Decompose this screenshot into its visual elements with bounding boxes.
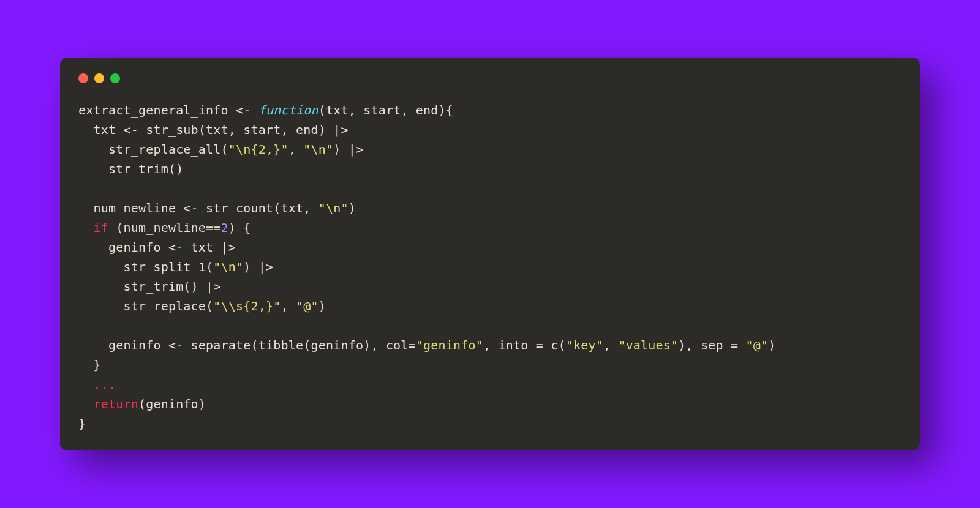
code-text: , — [281, 299, 296, 313]
code-text: ) |> — [243, 260, 281, 274]
code-text: } — [78, 416, 86, 431]
code-text: str_split_1( — [78, 260, 213, 274]
code-window: extract_general_info <- function(txt, st… — [60, 58, 920, 450]
code-text: str_replace_all( — [78, 142, 228, 157]
string-literal: "\n{2,}" — [228, 142, 288, 157]
code-text: ) |> — [333, 142, 363, 157]
string-literal: "@" — [296, 299, 318, 313]
keyword-if: if — [93, 220, 108, 235]
code-text: geninfo <- txt |> — [78, 240, 243, 255]
string-literal: "\n" — [318, 201, 349, 215]
string-literal: "values" — [618, 338, 678, 353]
code-text: ) — [768, 338, 775, 353]
code-text: , — [603, 338, 618, 353]
code-text — [78, 220, 93, 235]
code-text: txt <- str_sub(txt, start, end) |> — [78, 122, 356, 137]
string-literal: "\\s{2,}" — [213, 299, 281, 313]
code-text: } — [78, 357, 101, 372]
code-text: , — [288, 142, 303, 157]
code-text: ) { — [228, 220, 251, 235]
code-text: str_replace( — [78, 299, 213, 313]
code-text: extract_general_info <- — [78, 103, 258, 118]
string-literal: "key" — [566, 338, 603, 353]
string-literal: "@" — [746, 338, 769, 353]
number-literal: 2 — [221, 220, 228, 235]
string-literal: "\n" — [303, 142, 333, 157]
close-icon[interactable] — [78, 73, 88, 83]
code-text: , into = c( — [483, 338, 566, 353]
string-literal: "geninfo" — [416, 338, 483, 353]
code-text: ) — [349, 201, 356, 215]
code-text: geninfo <- separate(tibble(geninfo), col… — [78, 338, 416, 353]
code-text: ), sep = — [678, 338, 745, 353]
code-text: num_newline <- str_count(txt, — [78, 201, 318, 215]
window-titlebar — [78, 73, 902, 83]
ellipsis: ... — [78, 377, 116, 392]
code-text: str_trim() |> — [78, 279, 221, 294]
code-text: (txt, start, end){ — [318, 103, 453, 118]
maximize-icon[interactable] — [110, 73, 120, 83]
string-literal: "\n" — [213, 260, 243, 274]
code-block: extract_general_info <- function(txt, st… — [78, 100, 902, 433]
code-text: (geninfo) — [138, 397, 206, 411]
keyword-function: function — [258, 103, 318, 118]
code-text — [78, 397, 93, 411]
keyword-return: return — [93, 397, 138, 411]
code-text: str_trim() — [78, 162, 183, 176]
minimize-icon[interactable] — [94, 73, 104, 83]
code-text: (num_newline== — [108, 220, 221, 235]
code-text: ) — [318, 299, 326, 313]
